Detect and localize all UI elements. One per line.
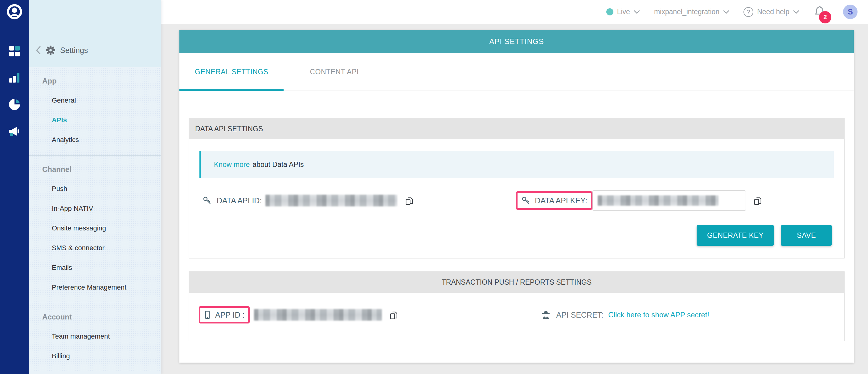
data-api-settings-section: DATA API SETTINGS Know more about Data A… — [189, 118, 844, 259]
data-api-section-title: DATA API SETTINGS — [195, 125, 263, 133]
section-label-channel: Channel — [29, 160, 161, 179]
dashboard-grid-icon[interactable] — [8, 45, 21, 57]
sidebar-item-emails[interactable]: Emails — [29, 258, 161, 278]
copy-app-id-icon[interactable] — [389, 310, 399, 320]
mobile-phone-icon — [204, 310, 211, 319]
live-status-dot-icon — [606, 8, 613, 15]
sidebar-item-billing[interactable]: Billing — [29, 346, 161, 366]
copy-data-api-key-icon[interactable] — [753, 196, 763, 206]
chevron-down-icon — [723, 10, 729, 14]
sidebar-title: Settings — [60, 46, 88, 55]
app-id-label: APP ID : — [215, 310, 244, 319]
tab-content-api[interactable]: CONTENT API — [284, 53, 385, 91]
project-label: mixpanel_integration — [654, 8, 719, 16]
api-settings-card: API SETTINGS GENERAL SETTINGS CONTENT AP… — [179, 30, 854, 363]
spy-icon — [541, 310, 551, 320]
help-dropdown[interactable]: ? Need help — [743, 7, 799, 17]
sidebar-item-push[interactable]: Push — [29, 179, 161, 199]
data-api-id-label: DATA API ID: — [217, 196, 262, 205]
project-dropdown[interactable]: mixpanel_integration — [654, 8, 729, 16]
tab-general-settings[interactable]: GENERAL SETTINGS — [179, 53, 284, 91]
generate-key-button[interactable]: GENERATE KEY — [696, 225, 774, 246]
know-more-text: about Data APIs — [252, 161, 304, 169]
know-more-link[interactable]: Know more — [214, 161, 250, 169]
transaction-row: APP ID : — [189, 293, 844, 341]
data-api-key-value-redacted — [598, 195, 718, 206]
data-api-key-group: DATA API KEY: — [516, 191, 763, 211]
notifications-button[interactable]: 2 — [813, 5, 826, 19]
api-secret-label: API SECRET: — [556, 310, 603, 319]
sidebar-item-onsite-messaging[interactable]: Onsite messaging — [29, 218, 161, 238]
transaction-section-title: TRANSACTION PUSH / REPORTS SETTINGS — [442, 278, 591, 286]
back-chevron-icon[interactable] — [36, 46, 41, 55]
transaction-section-header: TRANSACTION PUSH / REPORTS SETTINGS — [189, 272, 844, 293]
sidebar-menu: App General APIs Analytics Channel Push … — [29, 67, 161, 372]
menu-section-channel: Channel Push In-App NATIV Onsite messagi… — [29, 156, 161, 303]
copy-data-api-id-icon[interactable] — [404, 196, 414, 206]
tab-bar: GENERAL SETTINGS CONTENT API — [179, 53, 854, 91]
environment-label: Live — [617, 8, 630, 16]
section-label-account: Account — [29, 307, 161, 327]
know-more-infobox: Know more about Data APIs — [199, 151, 834, 178]
app-id-highlight-box: APP ID : — [199, 306, 250, 324]
sidebar-item-analytics[interactable]: Analytics — [29, 130, 161, 150]
help-question-icon: ? — [743, 7, 753, 17]
brand-logo-icon[interactable] — [6, 4, 23, 21]
page-title-banner: API SETTINGS — [179, 30, 854, 53]
user-avatar[interactable]: S — [843, 5, 858, 19]
app-root: Settings App General APIs Analytics Chan… — [0, 0, 868, 374]
sidebar-item-team-management[interactable]: Team management — [29, 327, 161, 346]
data-api-row: DATA API ID: — [189, 178, 844, 211]
menu-section-app: App General APIs Analytics — [29, 67, 161, 156]
section-label-app: App — [29, 71, 161, 91]
data-api-key-input[interactable] — [592, 191, 746, 211]
settings-sidebar: Settings App General APIs Analytics Chan… — [29, 0, 161, 374]
menu-section-account: Account Team management Billing — [29, 303, 161, 372]
sidebar-item-general[interactable]: General — [29, 91, 161, 110]
show-app-secret-link[interactable]: Click here to show APP secret! — [608, 310, 709, 319]
megaphone-icon[interactable] — [8, 126, 21, 137]
key-icon — [203, 196, 212, 205]
data-api-actions: GENERATE KEY SAVE — [189, 211, 844, 258]
left-rail — [0, 0, 29, 374]
sidebar-item-sms-connector[interactable]: SMS & connector — [29, 238, 161, 258]
sidebar-item-preference-management[interactable]: Preference Management — [29, 278, 161, 297]
chevron-down-icon — [634, 10, 640, 14]
key-icon — [521, 196, 530, 205]
data-api-key-label: DATA API KEY: — [535, 196, 587, 205]
transaction-settings-section: TRANSACTION PUSH / REPORTS SETTINGS APP … — [189, 271, 844, 341]
gear-icon — [46, 45, 55, 55]
data-api-id-value-redacted — [266, 195, 397, 206]
save-button[interactable]: SAVE — [781, 225, 832, 246]
top-bar: Live mixpanel_integration ? Need help 2 … — [161, 0, 868, 24]
notification-badge: 2 — [819, 11, 831, 24]
pie-chart-icon[interactable] — [8, 98, 21, 111]
help-label: Need help — [757, 8, 789, 16]
bar-chart-icon[interactable] — [9, 72, 20, 83]
page-title: API SETTINGS — [489, 37, 544, 46]
sidebar-item-inapp-nativ[interactable]: In-App NATIV — [29, 199, 161, 218]
sidebar-item-apis[interactable]: APIs — [29, 110, 161, 130]
chevron-down-icon — [793, 10, 799, 14]
app-id-value-redacted — [254, 309, 382, 321]
api-secret-group: API SECRET: Click here to show APP secre… — [541, 310, 709, 320]
data-api-key-highlight-box: DATA API KEY: — [516, 191, 592, 210]
sidebar-header: Settings — [29, 0, 161, 67]
data-api-section-header: DATA API SETTINGS — [189, 118, 844, 139]
environment-dropdown[interactable]: Live — [606, 8, 640, 16]
